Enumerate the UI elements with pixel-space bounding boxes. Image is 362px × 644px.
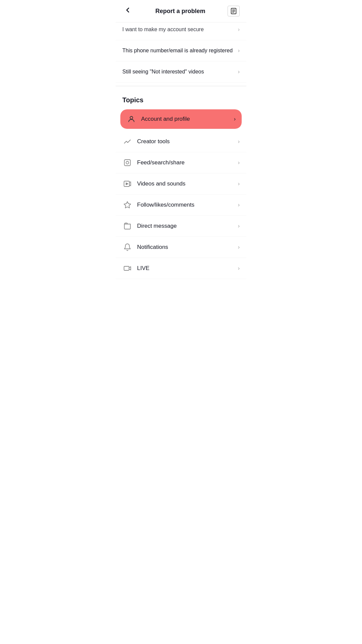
chevron-icon: › — [238, 48, 240, 54]
video-icon — [122, 179, 132, 189]
topic-label: LIVE — [137, 265, 149, 272]
list-item-label: I want to make my account secure — [122, 26, 235, 33]
chevron-icon: › — [238, 181, 240, 187]
topics-title: Topics — [116, 90, 246, 107]
svg-marker-8 — [129, 182, 131, 186]
list-item[interactable]: This phone number/email is already regis… — [116, 40, 246, 61]
topic-item-creator-tools[interactable]: Creator tools › — [116, 131, 246, 152]
svg-rect-5 — [124, 160, 130, 166]
topic-label: Creator tools — [137, 138, 170, 145]
document-icon — [230, 7, 237, 15]
bell-icon — [122, 242, 132, 252]
chevron-icon: › — [238, 69, 240, 75]
chevron-icon: › — [238, 265, 240, 271]
topic-label: Feed/search/share — [137, 159, 185, 166]
chevron-icon: › — [234, 116, 236, 122]
svg-rect-11 — [124, 266, 129, 270]
svg-marker-9 — [126, 183, 128, 185]
topic-item-direct-message[interactable]: Direct message › — [116, 216, 246, 237]
topic-item-left: Videos and sounds — [122, 179, 185, 189]
topic-item-notifications[interactable]: Notifications › — [116, 237, 246, 258]
topic-item-left: Creator tools — [122, 137, 170, 147]
topic-item-live[interactable]: LIVE › — [116, 258, 246, 279]
topic-item-left: Follow/likes/comments — [122, 200, 194, 210]
topic-label: Notifications — [137, 244, 168, 251]
chevron-icon: › — [238, 160, 240, 166]
page-title: Report a problem — [155, 8, 205, 15]
top-items-list: I want to make my account secure › This … — [116, 22, 246, 83]
chevron-icon: › — [238, 139, 240, 145]
topic-label: Follow/likes/comments — [137, 202, 194, 208]
topic-item-videos-sounds[interactable]: Videos and sounds › — [116, 173, 246, 195]
topic-item-left: Notifications — [122, 242, 168, 252]
back-icon — [124, 6, 132, 14]
topic-item-feed-search-share[interactable]: Feed/search/share › — [116, 152, 246, 173]
search-icon — [122, 158, 132, 168]
topic-label: Videos and sounds — [137, 180, 185, 187]
topic-label: Account and profile — [141, 116, 190, 122]
section-divider — [116, 86, 246, 86]
list-item-label: This phone number/email is already regis… — [122, 48, 235, 54]
back-button[interactable] — [122, 5, 133, 17]
topics-section: Topics Account and profile › Creator too… — [116, 90, 246, 279]
svg-marker-10 — [124, 202, 131, 208]
list-icon-button[interactable] — [228, 6, 240, 16]
topic-item-account-profile[interactable]: Account and profile › — [120, 109, 242, 129]
chevron-icon: › — [238, 223, 240, 229]
topic-item-left: LIVE — [122, 263, 149, 273]
list-item[interactable]: I want to make my account secure › — [116, 22, 246, 40]
chevron-icon: › — [238, 202, 240, 208]
folder-icon — [122, 221, 132, 231]
list-item-label: Still seeing "Not interested" videos — [122, 69, 235, 75]
topic-item-left: Feed/search/share — [122, 158, 185, 168]
topic-item-left: Direct message — [122, 221, 177, 231]
svg-point-6 — [126, 161, 129, 164]
list-item[interactable]: Still seeing "Not interested" videos › — [116, 61, 246, 83]
topic-item-follow-likes-comments[interactable]: Follow/likes/comments › — [116, 195, 246, 216]
header: Report a problem — [116, 0, 246, 22]
star-icon — [122, 200, 132, 210]
topic-item-left: Account and profile — [126, 114, 190, 124]
topic-label: Direct message — [137, 223, 177, 229]
chart-icon — [122, 137, 132, 147]
svg-point-4 — [130, 116, 133, 119]
person-icon — [126, 114, 136, 124]
chevron-icon: › — [238, 244, 240, 250]
camera-icon — [122, 263, 132, 273]
chevron-icon: › — [238, 26, 240, 33]
